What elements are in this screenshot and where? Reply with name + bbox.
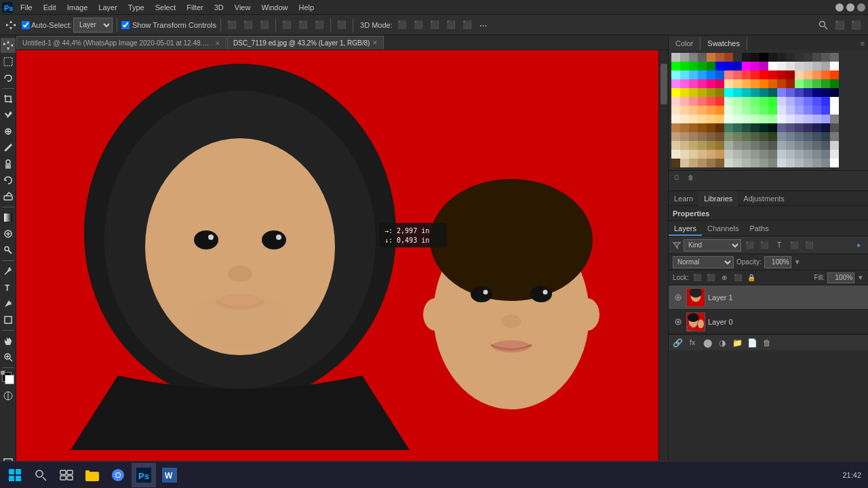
swatch-8-14[interactable] — [795, 123, 804, 132]
swatch-11-10[interactable] — [760, 150, 768, 159]
swatch-5-17[interactable] — [821, 97, 830, 106]
taskbar-word[interactable]: W — [157, 463, 182, 487]
align-right-icon[interactable]: ⬛ — [258, 18, 271, 32]
swatch-9-15[interactable] — [804, 132, 812, 141]
swatch-8-9[interactable] — [751, 123, 760, 132]
swatch-7-11[interactable] — [768, 115, 777, 123]
adjustment-filter-icon[interactable]: ⬛ — [757, 239, 771, 252]
swatch-1-3[interactable] — [698, 62, 707, 70]
swatch-2-2[interactable] — [689, 70, 698, 79]
color-tab[interactable]: Color — [669, 37, 701, 50]
delete-swatch-icon[interactable]: 🗑 — [685, 172, 696, 183]
swatch-6-6[interactable] — [724, 106, 733, 115]
swatch-0-12[interactable] — [777, 53, 786, 62]
blend-mode-select[interactable]: Normal Dissolve Darken Multiply Color Bu… — [673, 256, 734, 268]
swatch-12-7[interactable] — [733, 159, 742, 167]
swatch-11-11[interactable] — [768, 150, 777, 159]
swatch-10-14[interactable] — [795, 141, 804, 150]
swatch-1-5[interactable] — [715, 62, 724, 70]
layer-fx-icon[interactable]: fx — [686, 337, 698, 349]
swatch-0-4[interactable] — [707, 53, 715, 62]
swatch-11-5[interactable] — [715, 150, 724, 159]
align-top-icon[interactable]: ⬛ — [280, 18, 294, 32]
swatch-1-4[interactable] — [707, 62, 715, 70]
swatch-5-14[interactable] — [795, 97, 804, 106]
swatch-5-18[interactable] — [830, 97, 839, 106]
swatch-3-10[interactable] — [760, 79, 768, 88]
swatch-0-16[interactable] — [812, 53, 821, 62]
swatch-4-4[interactable] — [707, 88, 715, 97]
swatch-10-4[interactable] — [707, 141, 715, 150]
maximize-btn[interactable] — [846, 3, 854, 12]
swatch-9-1[interactable] — [680, 132, 689, 141]
swatch-5-8[interactable] — [742, 97, 751, 106]
tool-zoom[interactable] — [1, 350, 16, 365]
swatch-12-6[interactable] — [724, 159, 733, 167]
swatch-9-17[interactable] — [821, 132, 830, 141]
swatch-11-14[interactable] — [795, 150, 804, 159]
swatch-2-0[interactable] — [671, 70, 680, 79]
swatch-4-12[interactable] — [777, 88, 786, 97]
swatch-11-17[interactable] — [821, 150, 830, 159]
swatch-3-5[interactable] — [715, 79, 724, 88]
swatch-10-17[interactable] — [821, 141, 830, 150]
swatch-6-17[interactable] — [821, 106, 830, 115]
menu-type[interactable]: Type — [123, 0, 150, 15]
swatch-7-12[interactable] — [777, 115, 786, 123]
menu-help[interactable]: Help — [294, 0, 320, 15]
swatch-8-11[interactable] — [768, 123, 777, 132]
swatch-7-13[interactable] — [786, 115, 795, 123]
tool-shape[interactable] — [1, 312, 16, 327]
swatch-5-12[interactable] — [777, 97, 786, 106]
tool-eyedropper[interactable] — [1, 108, 16, 123]
swatch-1-16[interactable] — [812, 62, 821, 70]
paths-prop-tab[interactable]: Paths — [745, 221, 774, 236]
swatch-11-15[interactable] — [804, 150, 812, 159]
auto-select-checkbox[interactable] — [22, 21, 30, 29]
swatch-9-0[interactable] — [671, 132, 680, 141]
3d-icon-1[interactable]: ⬛ — [395, 18, 409, 32]
swatch-6-2[interactable] — [689, 106, 698, 115]
swatch-3-18[interactable] — [830, 79, 839, 88]
swatch-5-16[interactable] — [812, 97, 821, 106]
menu-edit[interactable]: Edit — [38, 0, 62, 15]
swatch-3-15[interactable] — [804, 79, 812, 88]
swatch-11-12[interactable] — [777, 150, 786, 159]
swatch-5-9[interactable] — [751, 97, 760, 106]
swatch-7-17[interactable] — [821, 115, 830, 123]
swatch-5-1[interactable] — [680, 97, 689, 106]
swatch-12-11[interactable] — [768, 159, 777, 167]
swatch-5-5[interactable] — [715, 97, 724, 106]
tool-blur[interactable] — [1, 226, 16, 241]
swatch-11-6[interactable] — [724, 150, 733, 159]
swatch-6-4[interactable] — [707, 106, 715, 115]
swatch-8-3[interactable] — [698, 123, 707, 132]
swatch-6-5[interactable] — [715, 106, 724, 115]
tab-2[interactable]: DSC_7119 ed.jpg @ 43,2% (Layer 1, RGB/8)… — [227, 36, 384, 49]
swatches-tab[interactable]: Swatches — [701, 37, 747, 50]
swatch-1-15[interactable] — [804, 62, 812, 70]
swatch-1-18[interactable] — [830, 62, 839, 70]
swatch-9-16[interactable] — [812, 132, 821, 141]
swatch-8-13[interactable] — [786, 123, 795, 132]
swatch-4-1[interactable] — [680, 88, 689, 97]
opacity-arrow[interactable]: ▼ — [794, 258, 801, 266]
swatch-11-8[interactable] — [742, 150, 751, 159]
lock-image-icon[interactable]: ⬛ — [705, 272, 716, 283]
channels-prop-tab[interactable]: Channels — [702, 221, 744, 236]
transform-checkbox[interactable] — [121, 21, 130, 29]
align-bottom-icon[interactable]: ⬛ — [313, 18, 326, 32]
shape-filter-icon[interactable]: ⬛ — [787, 239, 801, 252]
menu-filter[interactable]: Filter — [181, 0, 208, 15]
fill-arrow[interactable]: ▼ — [857, 274, 864, 281]
swatch-0-2[interactable] — [689, 53, 698, 62]
swatch-11-16[interactable] — [812, 150, 821, 159]
swatch-1-2[interactable] — [689, 62, 698, 70]
swatch-7-2[interactable] — [689, 115, 698, 123]
tool-eraser[interactable] — [1, 189, 16, 204]
swatch-11-4[interactable] — [707, 150, 715, 159]
swatch-11-13[interactable] — [786, 150, 795, 159]
swatch-5-11[interactable] — [768, 97, 777, 106]
3d-icon-3[interactable]: ⬛ — [428, 18, 441, 32]
swatch-10-8[interactable] — [742, 141, 751, 150]
